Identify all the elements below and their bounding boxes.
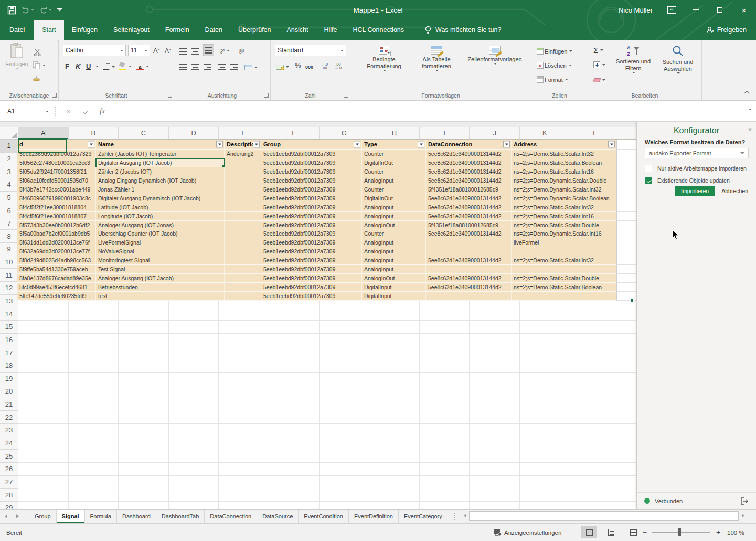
row-header-24[interactable]: 24 xyxy=(0,437,18,450)
ribbon-tab-start[interactable]: Start xyxy=(34,20,63,40)
option-update-objects[interactable]: Existierende Objekte updaten xyxy=(645,177,730,184)
select-all-corner[interactable] xyxy=(0,127,18,140)
table-cell[interactable]: 5eeb1eebd92dbf00012a7309 xyxy=(261,265,362,274)
table-cell[interactable]: 5ee8c62d1e340900013144d2 xyxy=(426,274,512,283)
name-box-dropdown-icon[interactable] xyxy=(46,111,49,112)
table-cell[interactable]: Latitude (IOT Jacob) xyxy=(96,203,225,212)
align-center-button[interactable] xyxy=(191,61,199,72)
ribbon-tab-daten[interactable]: Daten xyxy=(197,20,230,40)
copy-button[interactable] xyxy=(33,60,46,71)
decrease-decimal-button[interactable]: .00→.0 xyxy=(335,60,342,71)
table-cell[interactable]: DigitalInput xyxy=(362,283,426,292)
filter-dropdown-icon[interactable] xyxy=(253,141,260,148)
filter-dropdown-icon[interactable] xyxy=(418,141,424,148)
ribbon-tab-formeln[interactable]: Formeln xyxy=(157,20,197,40)
cancel-button[interactable]: Abbrechen xyxy=(721,188,748,194)
clear-button[interactable] xyxy=(593,75,605,86)
table-cell[interactable]: 5fa8e137d8676cadad89e35e xyxy=(17,274,96,283)
table-cell[interactable]: Änderung2 xyxy=(225,150,261,158)
conditional-formatting-button[interactable]: ≠ Bedingte Formatierung xyxy=(360,43,408,89)
ribbon-tab-datei[interactable]: Datei xyxy=(0,20,34,40)
table-cell[interactable]: 5f05da2f9241f70001358f21 xyxy=(17,167,96,176)
table-cell[interactable] xyxy=(225,221,261,230)
table-cell[interactable] xyxy=(512,265,616,274)
view-normal-button[interactable] xyxy=(581,526,597,538)
row-header-19[interactable]: 19 xyxy=(0,373,18,386)
table-cell[interactable]: AnalogInput xyxy=(362,212,426,221)
row-header-11[interactable]: 11 xyxy=(0,269,18,282)
table-cell[interactable]: NoValueSignal xyxy=(96,247,225,256)
paste-button[interactable]: Einfügen xyxy=(3,43,30,89)
table-cell[interactable] xyxy=(512,247,616,256)
table-cell[interactable] xyxy=(225,283,261,292)
column-header-partial[interactable] xyxy=(620,127,636,139)
column-header-i[interactable]: I xyxy=(420,127,470,139)
table-cell[interactable]: AnalogInOut xyxy=(362,274,426,283)
align-bottom-button[interactable] xyxy=(204,45,214,56)
table-cell[interactable]: Analog Eingang Dynamisch (IOT Jacob) xyxy=(96,176,225,185)
table-cell[interactable] xyxy=(225,194,261,203)
column-header-j[interactable]: J xyxy=(470,127,520,139)
font-size-select[interactable]: 11 xyxy=(128,45,150,56)
next-sheet-icon[interactable] xyxy=(12,510,23,523)
table-cell[interactable]: 5ee8c62d1e340900013144d2 xyxy=(426,283,512,292)
table-cell[interactable] xyxy=(225,292,261,301)
table-cell[interactable]: 5f4cf5f2f21ee30001818804 xyxy=(17,203,96,212)
share-button[interactable]: Freigeben xyxy=(706,20,747,40)
table-cell[interactable]: Monitoringtest Signal xyxy=(96,256,225,265)
horizontal-scrollbar[interactable] xyxy=(461,511,747,521)
row-header-18[interactable]: 18 xyxy=(0,359,18,373)
table-cell[interactable]: Zähler 2 (Jacobs IOT) xyxy=(96,167,225,176)
view-page-break-button[interactable] xyxy=(625,526,641,538)
table-cell[interactable]: 5ee8c62d1e340900013144d2 xyxy=(426,194,512,203)
sheet-tab-dashboardtab[interactable]: DashboardTab xyxy=(156,510,205,523)
sheet-tab-eventcondition[interactable]: EventCondition xyxy=(299,510,349,523)
table-cell[interactable]: 5f5a00bad7b2ef0001ab9db5 xyxy=(17,229,96,238)
table-cell[interactable]: 5f8d249d8025d4adb98cc563 xyxy=(17,256,96,265)
table-cell[interactable] xyxy=(512,292,616,301)
table-cell[interactable]: 5f4650960791990001903c8c xyxy=(17,194,96,203)
table-cell[interactable]: Jonas Zähler 1 xyxy=(96,185,225,194)
format-as-table-button[interactable]: Als Tabelle formatieren xyxy=(412,43,461,89)
column-header-h[interactable]: H xyxy=(369,127,420,139)
table-cell[interactable]: 5f632a69dd3d0200013ce77f xyxy=(17,247,96,256)
collapse-ribbon-icon[interactable] xyxy=(744,91,750,96)
confirm-entry-button[interactable] xyxy=(79,104,92,118)
sort-filter-button[interactable]: AZ Sortieren und Filtern xyxy=(611,43,655,89)
row-header-21[interactable]: 21 xyxy=(0,398,18,411)
table-cell[interactable]: 5f0562c27480c10001ea3cc3 xyxy=(17,158,96,167)
table-cell[interactable]: ns=2;s=Demo.Static.Scalar.Int16 xyxy=(512,167,616,176)
row-header-14[interactable]: 14 xyxy=(0,307,18,321)
row-header-9[interactable]: 9 xyxy=(0,243,18,256)
format-select[interactable]: audako Exporter Format xyxy=(645,148,749,158)
table-cell[interactable]: ns=2;s=Demo.Static.Scalar.Double xyxy=(512,274,616,283)
zoom-in-button[interactable]: + xyxy=(715,528,722,536)
table-cell[interactable]: 5f573d3b30ee0b00012b6df2 xyxy=(17,221,96,230)
table-cell[interactable]: 5ee8c62d1e340900013144d2 xyxy=(426,256,512,265)
table-cell[interactable] xyxy=(225,185,261,194)
table-cell[interactable]: Longitude (IOT Jacob) xyxy=(96,212,225,221)
table-cell[interactable]: 5f43b7e1742ccc0001abe449 xyxy=(17,185,96,194)
table-cell[interactable]: 5ee8c62d1e340900013144d2 xyxy=(426,203,512,212)
table-cell[interactable]: 5ee8c62d1e340900013144d2 xyxy=(426,212,512,221)
thousands-separator-button[interactable]: 000 xyxy=(305,61,313,72)
row-header-5[interactable]: 5 xyxy=(0,192,18,205)
row-header-26[interactable]: 26 xyxy=(0,463,18,476)
table-cell[interactable]: 5eeb1eebd92dbf00012a7309 xyxy=(261,158,362,167)
filter-dropdown-icon[interactable] xyxy=(88,141,94,148)
table-cell[interactable]: DigitalInOut xyxy=(362,194,426,203)
italic-button[interactable]: K xyxy=(76,61,80,72)
alignment-dialog-launcher-icon[interactable] xyxy=(264,93,269,98)
table-cell[interactable]: ns=2;s=Demo.Dynamic.Scalar.Boolean xyxy=(512,194,616,203)
sheet-tab-eventcategory[interactable]: EventCategory xyxy=(399,510,448,523)
table-cell[interactable]: 5eeb2369d92dbf00012a7329 xyxy=(17,150,96,158)
name-box[interactable]: A1 xyxy=(4,104,52,118)
sheet-tab-eventdefinition[interactable]: EventDefinition xyxy=(349,510,399,523)
table-cell[interactable]: Zähler (Jacobs IOT) Temperatur xyxy=(96,150,225,158)
table-cell[interactable]: 5ee8c62d1e340900013144d2 xyxy=(426,229,512,238)
sheet-tab-dashboard[interactable]: Dashboard xyxy=(117,510,156,523)
user-name[interactable]: Nico Müller xyxy=(619,6,653,14)
row-header-25[interactable]: 25 xyxy=(0,450,18,463)
table-cell[interactable]: test xyxy=(96,292,225,301)
number-format-select[interactable]: Standard xyxy=(275,45,346,56)
